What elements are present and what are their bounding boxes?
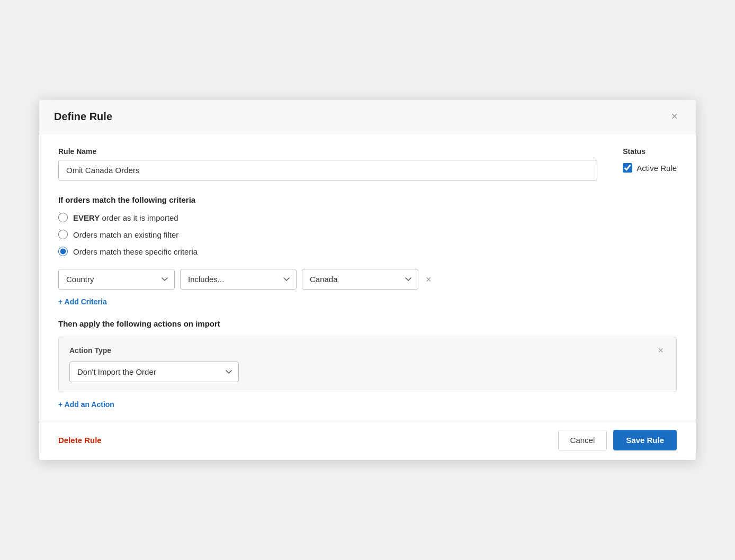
- action-type-select[interactable]: Don't Import the Order Assign to Warehou…: [69, 362, 239, 382]
- radio-existing-row: Orders match an existing filter: [58, 230, 677, 239]
- close-button[interactable]: ×: [668, 110, 681, 123]
- active-rule-label: Active Rule: [637, 164, 677, 173]
- radio-existing-label: Orders match an existing filter: [73, 230, 178, 239]
- criteria-section: If orders match the following criteria E…: [58, 195, 677, 306]
- status-label: Status: [623, 147, 677, 156]
- status-group: Status Active Rule: [623, 147, 677, 180]
- rule-name-label: Rule Name: [58, 147, 597, 156]
- remove-criteria-button[interactable]: ×: [424, 275, 434, 284]
- add-criteria-button[interactable]: + Add Criteria: [58, 297, 107, 306]
- define-rule-dialog: Define Rule × Rule Name Status Active Ru…: [39, 100, 696, 460]
- active-rule-checkbox[interactable]: [623, 163, 632, 173]
- criteria-radio-group: EVERY order as it is imported Orders mat…: [58, 213, 677, 256]
- remove-action-button[interactable]: ×: [656, 346, 666, 355]
- criteria-heading: If orders match the following criteria: [58, 195, 677, 204]
- footer-actions: Cancel Save Rule: [558, 430, 677, 450]
- radio-specific-label: Orders match these specific criteria: [73, 247, 198, 256]
- action-type-label: Action Type: [69, 346, 111, 355]
- criteria-dropdowns-row: Country State City Zip Weight Total Incl…: [58, 269, 677, 290]
- action-box-header: Action Type ×: [69, 346, 666, 355]
- save-rule-button[interactable]: Save Rule: [613, 430, 677, 450]
- dialog-title: Define Rule: [54, 111, 112, 123]
- rule-name-input[interactable]: [58, 160, 597, 180]
- cancel-button[interactable]: Cancel: [558, 430, 607, 450]
- rule-name-group: Rule Name: [58, 147, 597, 180]
- radio-every-label: EVERY order as it is imported: [73, 213, 178, 222]
- add-action-button[interactable]: + Add an Action: [58, 400, 114, 409]
- actions-heading: Then apply the following actions on impo…: [58, 319, 677, 328]
- active-rule-row: Active Rule: [623, 163, 677, 173]
- criteria-value-select[interactable]: Canada United States Mexico United Kingd…: [302, 269, 418, 290]
- criteria-field-select[interactable]: Country State City Zip Weight Total: [58, 269, 175, 290]
- every-bold: EVERY: [73, 213, 100, 222]
- dialog-body: Rule Name Status Active Rule If orders m…: [39, 132, 696, 420]
- form-top-row: Rule Name Status Active Rule: [58, 147, 677, 180]
- radio-every-row: EVERY order as it is imported: [58, 213, 677, 222]
- delete-rule-button[interactable]: Delete Rule: [58, 436, 102, 445]
- radio-every[interactable]: [58, 213, 68, 222]
- criteria-operator-select[interactable]: Includes... Excludes... Equals Not Equal…: [180, 269, 297, 290]
- radio-specific[interactable]: [58, 247, 68, 256]
- dialog-footer: Delete Rule Cancel Save Rule: [39, 420, 696, 460]
- radio-existing[interactable]: [58, 230, 68, 239]
- actions-section: Then apply the following actions on impo…: [58, 319, 677, 409]
- dialog-header: Define Rule ×: [39, 100, 696, 132]
- radio-specific-row: Orders match these specific criteria: [58, 247, 677, 256]
- action-box: Action Type × Don't Import the Order Ass…: [58, 337, 677, 392]
